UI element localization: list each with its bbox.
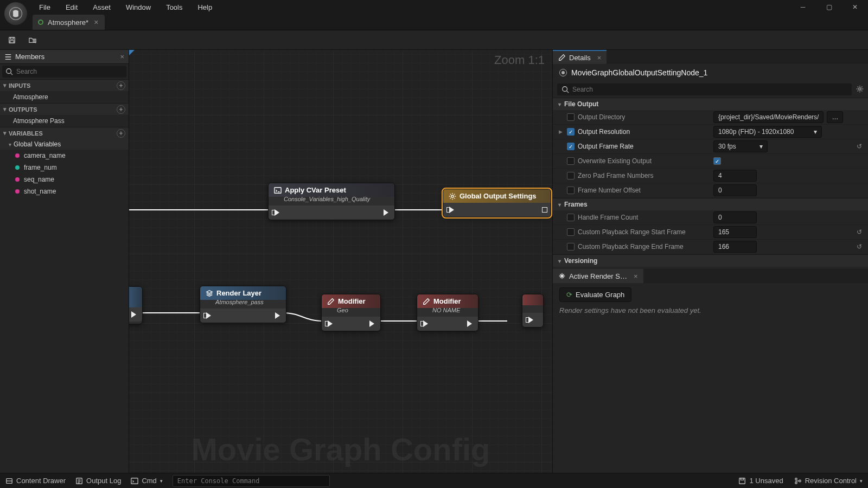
override-checkbox[interactable] <box>567 187 575 194</box>
exec-out-pin[interactable] <box>131 311 139 318</box>
details-search-input[interactable] <box>572 86 847 93</box>
menu-help[interactable]: Help <box>191 1 219 14</box>
members-tab-close[interactable]: × <box>120 53 124 61</box>
members-search[interactable] <box>2 66 126 78</box>
revision-control-button[interactable]: Revision Control ▾ <box>794 477 863 485</box>
details-settings-button[interactable] <box>856 85 864 94</box>
override-checkbox[interactable] <box>567 113 575 121</box>
menu-window[interactable]: Window <box>119 1 157 14</box>
override-checkbox[interactable] <box>567 157 575 165</box>
menu-tools[interactable]: Tools <box>159 1 189 14</box>
category-file-output[interactable]: File Output <box>553 98 868 110</box>
section-inputs[interactable]: ▾INPUTS + <box>0 79 129 91</box>
exec-out-pin[interactable] <box>275 312 283 319</box>
handle-field[interactable]: 0 <box>713 211 757 223</box>
graph-node-partial[interactable] <box>129 286 143 324</box>
override-checkbox[interactable] <box>567 143 575 150</box>
details-search[interactable] <box>557 84 852 95</box>
cmd-dropdown[interactable]: Cmd ▾ <box>131 477 162 485</box>
category-frames[interactable]: Frames <box>553 198 868 210</box>
exec-in-pin[interactable] <box>325 320 333 328</box>
add-variable-button[interactable]: + <box>117 129 125 138</box>
exec-out-pin[interactable] <box>542 206 550 214</box>
svg-point-8 <box>563 87 567 92</box>
frameoffset-field[interactable]: 0 <box>713 184 757 196</box>
menu-asset[interactable]: Asset <box>86 1 117 14</box>
input-item[interactable]: Atmosphere <box>0 91 129 103</box>
exec-in-pin[interactable] <box>446 206 454 214</box>
override-checkbox[interactable] <box>567 172 575 179</box>
browse-button[interactable] <box>26 34 39 47</box>
output-log-button[interactable]: Output Log <box>75 477 121 485</box>
minimize-button[interactable]: ─ <box>790 0 816 14</box>
details-tab-close[interactable]: × <box>597 54 602 62</box>
override-checkbox[interactable] <box>567 228 575 236</box>
save-button[interactable] <box>5 34 18 47</box>
exec-out-pin[interactable] <box>369 320 377 328</box>
log-icon <box>75 477 83 485</box>
override-checkbox[interactable] <box>567 243 575 251</box>
exec-in-pin[interactable] <box>203 312 211 319</box>
node-render-layer[interactable]: Render Layer Atmosphere_pass <box>200 286 286 323</box>
reset-button[interactable]: ↺ <box>855 143 864 150</box>
maximize-button[interactable]: ▢ <box>816 0 842 14</box>
graph-node-partial[interactable] <box>522 294 544 328</box>
exec-out-pin[interactable] <box>384 209 391 216</box>
output-item[interactable]: Atmosphere Pass <box>0 115 129 127</box>
node-apply-cvar-preset[interactable]: Apply CVar Preset Console_Variables_high… <box>268 183 395 220</box>
exec-in-pin[interactable] <box>420 320 428 328</box>
console-command-input[interactable] <box>173 475 330 487</box>
graph-watermark: Movie Graph Config <box>192 431 490 467</box>
reset-button[interactable]: ↺ <box>855 243 864 251</box>
global-var-item[interactable]: frame_num <box>0 162 129 174</box>
menu-file[interactable]: File <box>33 1 57 14</box>
zeropad-field[interactable]: 4 <box>713 170 757 182</box>
render-tab-close[interactable]: × <box>634 272 638 280</box>
framerate-dropdown[interactable]: 30 fps▾ <box>713 140 768 152</box>
menu-edit[interactable]: Edit <box>59 1 84 14</box>
content-drawer-button[interactable]: Content Drawer <box>5 477 66 485</box>
pencil-icon <box>327 298 335 305</box>
section-variables[interactable]: ▾VARIABLES + <box>0 127 129 139</box>
global-var-item[interactable]: camera_name <box>0 150 129 162</box>
ue-logo <box>4 2 27 25</box>
section-outputs[interactable]: ▾OUTPUTS + <box>0 103 129 115</box>
pin-icon <box>15 177 20 182</box>
members-search-input[interactable] <box>16 68 123 75</box>
node-modifier-geo[interactable]: Modifier Geo <box>321 294 381 331</box>
add-output-button[interactable]: + <box>117 105 125 114</box>
members-tab[interactable]: Members × <box>0 50 129 64</box>
prop-playback-start: Custom Playback Range Start Frame 165 ↺ <box>553 225 868 240</box>
override-checkbox[interactable] <box>567 214 575 221</box>
global-var-item[interactable]: shot_name <box>0 185 129 197</box>
exec-in-pin[interactable] <box>526 316 533 324</box>
override-checkbox[interactable] <box>567 128 575 136</box>
details-tab[interactable]: Details × <box>553 50 607 64</box>
add-input-button[interactable]: + <box>117 81 125 90</box>
global-variables-header[interactable]: Global Variables <box>0 139 129 150</box>
svg-point-4 <box>33 40 35 42</box>
browse-directory-button[interactable]: … <box>827 111 843 123</box>
global-var-item[interactable]: seq_name <box>0 174 129 185</box>
unsaved-button[interactable]: 1 Unsaved <box>738 477 783 485</box>
category-versioning[interactable]: Versioning <box>553 254 868 267</box>
exec-in-pin[interactable] <box>272 209 279 216</box>
playback-start-field[interactable]: 165 <box>713 226 757 238</box>
expand-arrow[interactable]: ▶ <box>557 129 564 134</box>
overwrite-checkbox[interactable] <box>713 157 721 165</box>
node-modifier-noname[interactable]: Modifier NO NAME <box>417 294 478 331</box>
resolution-dropdown[interactable]: 1080p (FHD) - 1920x1080▾ <box>713 126 822 138</box>
playback-end-field[interactable]: 166 <box>713 241 757 253</box>
svg-point-7 <box>451 195 454 197</box>
document-tab[interactable]: Atmosphere* × <box>33 15 105 30</box>
graph-canvas[interactable]: Zoom 1:1 Movie Graph Config Apply CVar P… <box>129 50 552 473</box>
reset-button[interactable]: ↺ <box>855 228 864 236</box>
output-directory-field[interactable]: {project_dir}/Saved/MovieRenders/ <box>713 111 824 123</box>
document-tab-close[interactable]: × <box>93 18 99 27</box>
exec-out-pin[interactable] <box>467 320 475 328</box>
node-global-output-settings[interactable]: Global Output Settings <box>443 189 551 217</box>
evaluate-graph-button[interactable]: ⟳ Evaluate Graph <box>559 287 631 302</box>
active-render-tab[interactable]: Active Render S… × <box>553 269 643 283</box>
close-button[interactable]: ✕ <box>842 0 868 14</box>
search-icon <box>5 68 13 75</box>
